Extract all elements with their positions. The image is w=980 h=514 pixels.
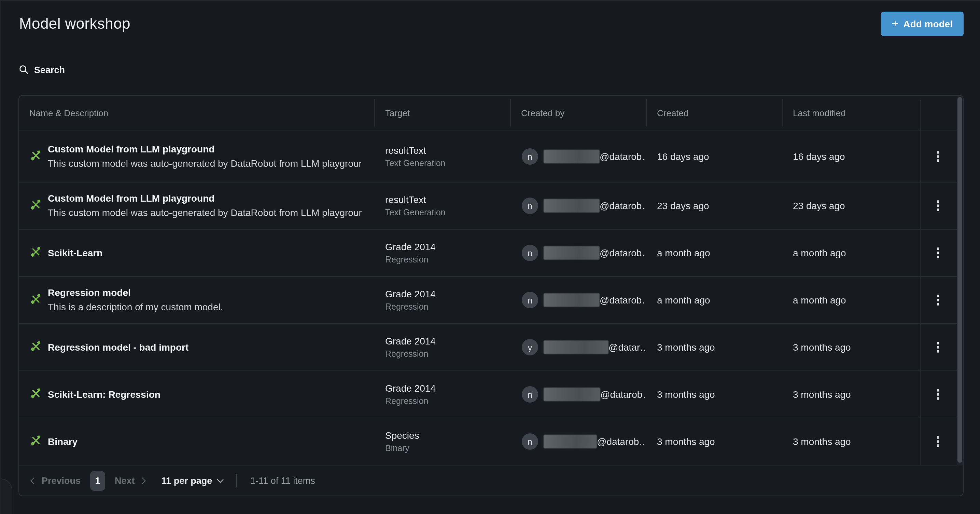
column-header-created[interactable]: Created	[646, 96, 782, 131]
avatar: n	[522, 386, 538, 402]
target-cell: resultText Text Generation	[374, 182, 510, 229]
table-row[interactable]: Custom Model from LLM playground This cu…	[19, 131, 963, 182]
target-name: Species	[385, 429, 510, 441]
pagination-bar: Previous 1 Next 11 per page 1-11 of 11 i…	[19, 466, 963, 496]
kebab-menu-icon	[937, 342, 939, 345]
model-description: This is a description of my custom model…	[48, 301, 223, 314]
created-cell: 23 days ago	[646, 182, 782, 229]
last-modified-cell: 3 months ago	[782, 418, 918, 465]
table-row[interactable]: Scikit-Learn Grade 2014 Regression n @da…	[19, 230, 963, 277]
kebab-menu-icon	[937, 295, 939, 297]
column-header-last-modified[interactable]: Last modified	[782, 96, 918, 131]
actions-cell	[918, 182, 963, 229]
row-menu-button[interactable]	[929, 243, 947, 263]
column-header-created-by[interactable]: Created by	[510, 96, 646, 131]
email-domain: @datarob…	[597, 436, 646, 447]
table-row[interactable]: Regression model - bad import Grade 2014…	[19, 324, 963, 371]
target-name: Grade 2014	[385, 335, 510, 347]
target-type: Regression	[385, 302, 510, 312]
name-description-cell: Regression model This is a description o…	[19, 277, 374, 323]
actions-cell	[918, 131, 963, 182]
row-menu-button[interactable]	[929, 290, 947, 310]
created-by-cell: n @datarob…	[510, 230, 646, 276]
table-row[interactable]: Scikit-Learn: Regression Grade 2014 Regr…	[19, 371, 963, 418]
name-description-cell: Binary	[19, 418, 374, 465]
name-description-cell: Scikit-Learn	[19, 230, 374, 276]
created-cell: a month ago	[646, 277, 782, 323]
row-menu-button[interactable]	[929, 195, 947, 216]
kebab-menu-icon	[937, 436, 939, 439]
table-row[interactable]: Custom Model from LLM playground This cu…	[19, 182, 963, 230]
created-cell: 16 days ago	[646, 131, 782, 182]
page-title: Model workshop	[19, 15, 130, 33]
last-modified-cell: 3 months ago	[782, 324, 918, 370]
target-cell: Grade 2014 Regression	[374, 324, 510, 370]
chevron-down-icon	[216, 476, 223, 483]
model-name: Regression model	[48, 286, 223, 299]
actions-cell	[918, 324, 963, 370]
redacted-email	[544, 293, 600, 307]
last-modified-cell: a month ago	[782, 230, 918, 276]
table-row[interactable]: Binary Species Binary n @datarob… 3 mont…	[19, 418, 963, 466]
add-model-button[interactable]: + Add model	[881, 12, 964, 36]
avatar: y	[522, 339, 538, 356]
actions-cell	[918, 371, 963, 418]
model-description: This custom model was auto-generated by …	[48, 206, 362, 219]
model-workshop-page: Model workshop + Add model Search Name &…	[0, 0, 980, 514]
last-modified-cell: 23 days ago	[782, 182, 918, 229]
next-label: Next	[115, 476, 135, 485]
target-name: resultText	[385, 145, 510, 156]
page-number-button[interactable]: 1	[90, 471, 105, 490]
redacted-email	[544, 435, 597, 449]
column-header-name[interactable]: Name & Description	[19, 96, 374, 131]
target-cell: Grade 2014 Regression	[374, 277, 510, 323]
tools-icon	[30, 387, 42, 402]
model-name: Scikit-Learn: Regression	[48, 388, 161, 401]
created-cell: 3 months ago	[646, 371, 782, 418]
table-scrollbar-thumb[interactable]	[958, 97, 962, 463]
target-name: Grade 2014	[385, 382, 510, 394]
table-body: Custom Model from LLM playground This cu…	[19, 131, 963, 466]
created-cell: 3 months ago	[646, 324, 782, 370]
table-row[interactable]: Regression model This is a description o…	[19, 277, 963, 324]
kebab-menu-icon	[937, 389, 939, 392]
target-type: Text Generation	[385, 208, 510, 218]
last-modified-cell: 16 days ago	[782, 131, 918, 182]
redacted-email	[544, 388, 600, 401]
model-name: Custom Model from LLM playground	[48, 143, 362, 156]
row-menu-button[interactable]	[929, 384, 947, 405]
search-control[interactable]: Search	[19, 62, 65, 77]
email-domain: @datarob…	[600, 389, 646, 400]
redacted-email	[544, 199, 600, 212]
redacted-email	[544, 246, 600, 260]
avatar: n	[522, 245, 538, 261]
actions-column-divider	[920, 100, 921, 465]
models-table-card: Name & Description Target Created by Cre…	[18, 95, 964, 496]
kebab-menu-icon	[937, 201, 939, 203]
model-name: Custom Model from LLM playground	[48, 192, 362, 205]
column-header-actions	[918, 96, 963, 131]
target-type: Regression	[385, 255, 510, 265]
previous-page-button[interactable]: Previous	[32, 476, 81, 485]
kebab-menu-icon	[937, 248, 939, 250]
target-name: Grade 2014	[385, 241, 510, 252]
table-scrollbar-track[interactable]	[957, 96, 963, 466]
target-name: Grade 2014	[385, 288, 510, 300]
page-size-dropdown[interactable]: 11 per page	[162, 476, 223, 485]
previous-label: Previous	[42, 476, 81, 485]
add-model-label: Add model	[903, 18, 953, 29]
target-type: Text Generation	[385, 158, 510, 169]
next-page-button[interactable]: Next	[115, 476, 145, 485]
last-modified-cell: a month ago	[782, 277, 918, 323]
row-menu-button[interactable]	[929, 146, 947, 167]
created-by-cell: y @datar…	[510, 324, 646, 370]
kebab-menu-icon	[937, 152, 939, 154]
email-domain: @datarob…	[600, 151, 646, 162]
row-menu-button[interactable]	[929, 431, 947, 452]
created-by-cell: n @datarob…	[510, 418, 646, 465]
model-name: Scikit-Learn	[48, 246, 102, 259]
column-header-target[interactable]: Target	[374, 96, 510, 131]
created-by-cell: n @datarob…	[510, 371, 646, 418]
target-type: Regression	[385, 349, 510, 359]
row-menu-button[interactable]	[929, 337, 947, 358]
